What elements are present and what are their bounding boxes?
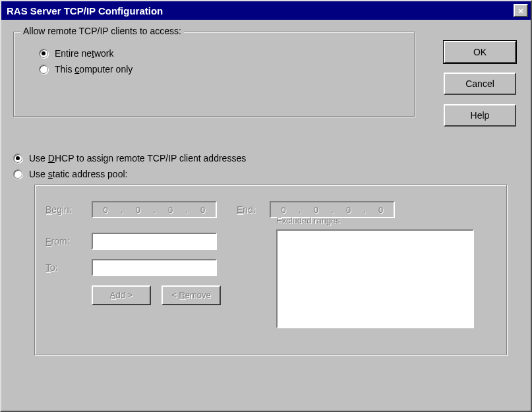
static-pool-groupbox: Begin: 0.0.0.0 End: 0.0.0.0 [34,185,508,356]
address-assignment: Use DHCP to assign remote TCP/IP client … [13,153,514,356]
radio-use-static-pool[interactable]: Use static address pool: [13,169,514,179]
access-groupbox: Allow remote TCP/IP clients to access: E… [13,32,415,117]
from-ip-input[interactable] [92,233,217,250]
from-label: From: [45,236,92,247]
close-icon[interactable]: × [514,4,528,17]
dialog-window: RAS Server TCP/IP Configuration × OK Can… [0,0,532,412]
exclusion-entry: From: To: Add > [45,233,256,328]
radio-icon [13,154,22,163]
radio-entire-network[interactable]: Entire network [39,48,404,59]
to-label: To: [45,262,92,273]
excluded-ranges-label: Excluded ranges [276,216,496,225]
radio-label: Entire network [55,48,114,59]
radio-this-computer[interactable]: This computer only [39,64,404,74]
begin-label: Begin: [45,204,92,215]
ok-button[interactable]: OK [444,41,516,63]
cancel-button[interactable]: Cancel [444,73,516,95]
excluded-ranges-listbox[interactable] [276,229,474,328]
access-legend: Allow remote TCP/IP clients to access: [20,26,184,36]
radio-label: This computer only [55,64,133,74]
radio-icon [13,169,22,179]
begin-ip-input[interactable]: 0.0.0.0 [92,201,217,218]
to-ip-input[interactable] [92,259,217,276]
radio-icon [39,65,48,74]
remove-button[interactable]: < Remove [162,285,221,305]
radio-use-dhcp[interactable]: Use DHCP to assign remote TCP/IP client … [13,153,514,163]
radio-label: Use static address pool: [29,169,127,179]
help-button[interactable]: Help [444,104,516,127]
excluded-ranges-area: Excluded ranges [276,233,496,328]
button-column: OK Cancel Help [444,41,516,127]
end-label: End: [237,204,270,215]
titlebar-text: RAS Server TCP/IP Configuration [7,5,163,16]
titlebar: RAS Server TCP/IP Configuration × [1,1,531,20]
client-area: OK Cancel Help Allow remote TCP/IP clien… [1,20,531,411]
radio-icon [39,49,48,58]
add-button[interactable]: Add > [92,285,151,305]
radio-label: Use DHCP to assign remote TCP/IP client … [29,153,246,163]
